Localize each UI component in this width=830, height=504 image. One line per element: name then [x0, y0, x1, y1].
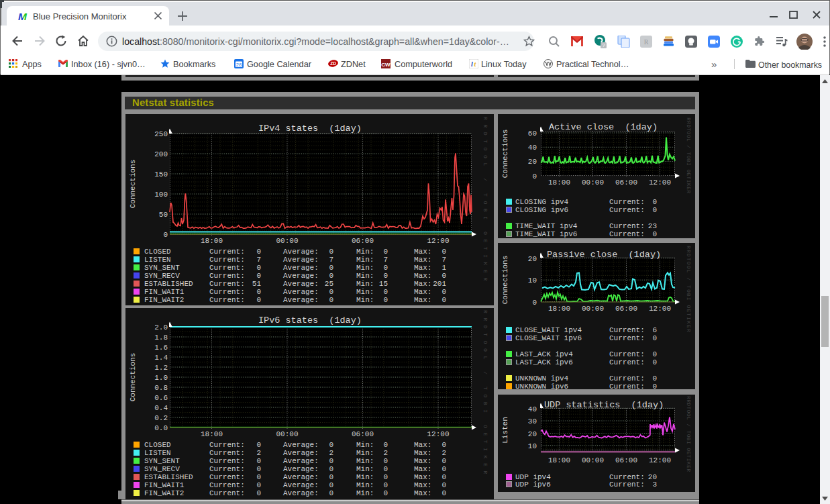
svg-text:M: M	[18, 11, 28, 21]
svg-text:ZD: ZD	[330, 61, 336, 66]
svg-text:28: 28	[236, 62, 242, 68]
svg-text:?: ?	[602, 42, 605, 48]
svg-text:CW: CW	[381, 62, 391, 68]
svg-text:R: R	[644, 38, 649, 46]
svg-text:l: l	[471, 60, 473, 68]
